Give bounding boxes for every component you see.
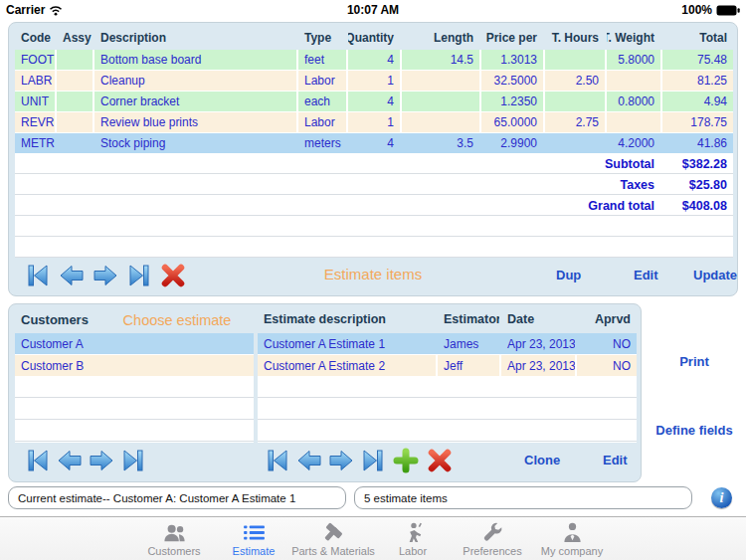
- estimate-row-selected[interactable]: Customer A Estimate 1 James Apr 23, 2013…: [258, 333, 637, 354]
- cell-aprvd: NO: [577, 333, 637, 354]
- update-button[interactable]: Update: [693, 268, 737, 282]
- previous-estimate-button[interactable]: [296, 448, 322, 473]
- col-type: Type: [298, 31, 346, 45]
- tab-my-company[interactable]: My company: [532, 517, 612, 560]
- col-quantity: Quantity: [348, 31, 400, 45]
- define-fields-button[interactable]: Define fields: [645, 423, 744, 438]
- items-table-header: Code Assy Description Type Quantity Leng…: [15, 27, 733, 48]
- cell-code: UNIT: [15, 92, 55, 111]
- table-row[interactable]: FOOT Bottom base board feet 4 14.5 1.301…: [15, 50, 733, 70]
- tab-preferences[interactable]: Preferences: [453, 517, 532, 560]
- cell-length: [402, 92, 479, 111]
- cell-t-weight: 5.8000: [607, 50, 660, 70]
- cell-estimate-description: Customer A Estimate 2: [258, 355, 436, 376]
- estimates-list-header: Estimate description Estimator Date Aprv…: [258, 312, 637, 326]
- subtotal-row: Subtotal $382.28: [15, 154, 733, 174]
- table-row[interactable]: UNIT Corner bracket each 4 1.2350 0.8000…: [15, 92, 733, 111]
- empty-row: [15, 377, 254, 398]
- info-icon[interactable]: i: [711, 487, 732, 508]
- cell-type: Labor: [298, 71, 346, 91]
- edit-estimate-button[interactable]: Edit: [603, 453, 628, 467]
- cell-total: 4.94: [662, 92, 733, 111]
- cell-length: 14.5: [402, 50, 479, 70]
- cell-t-weight: [607, 112, 660, 132]
- cell-quantity: 1: [348, 71, 400, 91]
- table-row[interactable]: REVR Review blue prints Labor 1 65.0000 …: [15, 112, 733, 132]
- tab-parts-materials[interactable]: Parts & Materials: [293, 517, 373, 560]
- last-estimate-button[interactable]: [360, 448, 386, 473]
- first-estimate-button[interactable]: [265, 448, 290, 473]
- choose-estimate-title: Choose estimate: [122, 312, 232, 328]
- next-estimate-button[interactable]: [328, 448, 354, 473]
- items-toolbar: Estimate items Dup Edit Update: [9, 261, 737, 290]
- subtotal-label: Subtotal: [15, 157, 660, 171]
- table-row-selected[interactable]: METR Stock piping meters 4 3.5 2.9900 4.…: [15, 133, 733, 153]
- tab-labor[interactable]: Labor: [373, 517, 453, 560]
- col-estimate-description: Estimate description: [258, 312, 436, 326]
- info-glyph: i: [720, 490, 724, 506]
- cell-type: meters: [298, 133, 346, 153]
- people-icon: [162, 521, 187, 544]
- next-customer-button[interactable]: [89, 448, 114, 473]
- cell-total: 81.25: [662, 71, 733, 91]
- dup-button[interactable]: Dup: [556, 268, 581, 282]
- col-estimator: Estimator: [438, 312, 499, 326]
- cell-description: Corner bracket: [94, 92, 296, 111]
- cell-assy: [57, 50, 93, 70]
- cell-aprvd: NO: [577, 355, 637, 376]
- cell-quantity: 1: [348, 112, 400, 132]
- cell-t-weight: 4.2000: [607, 133, 660, 153]
- taxes-row: Taxes $25.80: [15, 175, 733, 195]
- cell-quantity: 4: [348, 92, 400, 111]
- col-description: Description: [94, 31, 296, 45]
- edit-items-button[interactable]: Edit: [634, 268, 658, 282]
- taxes-label: Taxes: [15, 178, 660, 192]
- cell-t-hours: 2.75: [545, 112, 605, 132]
- delete-estimate-button[interactable]: [427, 448, 453, 473]
- lower-toolbar: Clone Edit: [9, 446, 641, 475]
- col-price-per: Price per: [481, 31, 543, 45]
- tab-estimate[interactable]: Estimate: [214, 517, 293, 560]
- print-button[interactable]: Print: [645, 354, 744, 369]
- previous-customer-button[interactable]: [57, 448, 83, 473]
- estimate-items-panel: Code Assy Description Type Quantity Leng…: [8, 22, 738, 296]
- hammer-icon: [321, 521, 345, 544]
- cell-description: Bottom base board: [94, 50, 296, 70]
- cell-description: Cleanup: [94, 71, 296, 91]
- cell-estimator: James: [438, 333, 499, 354]
- cell-code: METR: [15, 133, 55, 153]
- cell-code: LABR: [15, 71, 55, 91]
- cell-description: Stock piping: [94, 133, 296, 153]
- choose-estimate-panel: Customers Choose estimate Estimate descr…: [8, 303, 642, 482]
- add-estimate-button[interactable]: [393, 448, 419, 473]
- worker-icon: [401, 521, 425, 544]
- customers-list-header: Customers: [21, 312, 89, 327]
- last-customer-button[interactable]: [120, 448, 146, 473]
- items-toolbar-title: Estimate items: [9, 266, 737, 282]
- cell-length: 3.5: [402, 133, 479, 153]
- items-table-body: FOOT Bottom base board feet 4 14.5 1.301…: [15, 50, 733, 258]
- cell-price-per: 1.3013: [481, 50, 543, 70]
- taxes-value: $25.80: [662, 178, 733, 192]
- wrench-icon: [481, 521, 504, 544]
- current-estimate-field[interactable]: Current estimate-- Customer A: Customer …: [8, 486, 346, 509]
- cell-total: 178.75: [662, 112, 733, 132]
- estimate-row[interactable]: Customer A Estimate 2 Jeff Apr 23, 2013 …: [258, 355, 637, 376]
- tab-label: Labor: [399, 545, 427, 557]
- table-row[interactable]: LABR Cleanup Labor 1 32.5000 2.50 81.25: [15, 71, 733, 91]
- items-count-field[interactable]: 5 estimate items: [354, 486, 692, 509]
- tab-customers[interactable]: Customers: [134, 517, 214, 560]
- grand-total-label: Grand total: [15, 199, 660, 213]
- cell-code: REVR: [15, 112, 55, 132]
- customers-list: Customer A Customer B: [15, 333, 254, 443]
- cell-length: [402, 71, 479, 91]
- cell-description: Review blue prints: [94, 112, 296, 132]
- clone-button[interactable]: Clone: [524, 453, 560, 467]
- customer-row-selected[interactable]: Customer A: [15, 333, 254, 354]
- empty-row: [258, 399, 637, 420]
- first-customer-button[interactable]: [25, 448, 51, 473]
- tab-label: My company: [541, 545, 603, 557]
- empty-row: [258, 421, 637, 442]
- customer-row[interactable]: Customer B: [15, 355, 254, 376]
- estimates-list: Customer A Estimate 1 James Apr 23, 2013…: [258, 333, 637, 443]
